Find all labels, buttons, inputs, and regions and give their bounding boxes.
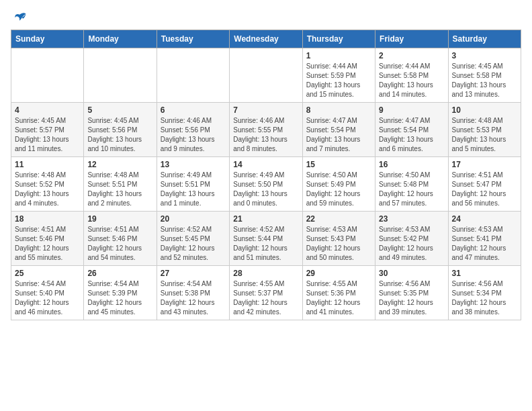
day-info: Sunrise: 4:51 AM Sunset: 5:46 PM Dayligh… xyxy=(87,225,152,263)
day-number: 25 xyxy=(15,269,80,278)
day-number: 15 xyxy=(306,160,371,169)
calendar-week-row: 18Sunrise: 4:51 AM Sunset: 5:46 PM Dayli… xyxy=(11,212,521,266)
calendar-cell: 8Sunrise: 4:47 AM Sunset: 5:54 PM Daylig… xyxy=(302,103,375,157)
day-number: 10 xyxy=(452,105,517,115)
day-info: Sunrise: 4:45 AM Sunset: 5:57 PM Dayligh… xyxy=(15,116,80,154)
calendar-cell: 18Sunrise: 4:51 AM Sunset: 5:46 PM Dayli… xyxy=(11,212,84,266)
day-number: 9 xyxy=(379,105,444,115)
day-number: 17 xyxy=(452,160,517,169)
calendar-cell: 31Sunrise: 4:56 AM Sunset: 5:34 PM Dayli… xyxy=(448,266,521,320)
calendar-cell: 24Sunrise: 4:53 AM Sunset: 5:41 PM Dayli… xyxy=(448,212,521,266)
day-number: 14 xyxy=(233,160,298,169)
calendar-week-row: 25Sunrise: 4:54 AM Sunset: 5:40 PM Dayli… xyxy=(11,266,521,320)
calendar-cell: 7Sunrise: 4:46 AM Sunset: 5:55 PM Daylig… xyxy=(230,103,302,157)
calendar-cell: 6Sunrise: 4:46 AM Sunset: 5:56 PM Daylig… xyxy=(157,103,229,157)
calendar-cell: 3Sunrise: 4:45 AM Sunset: 5:58 PM Daylig… xyxy=(448,48,521,103)
calendar-cell xyxy=(230,48,302,103)
day-info: Sunrise: 4:47 AM Sunset: 5:54 PM Dayligh… xyxy=(306,116,371,154)
day-info: Sunrise: 4:51 AM Sunset: 5:47 PM Dayligh… xyxy=(452,171,517,208)
day-number: 13 xyxy=(161,160,226,169)
day-number: 11 xyxy=(15,160,80,169)
calendar-header-row: SundayMondayTuesdayWednesdayThursdayFrid… xyxy=(11,30,521,48)
calendar-cell: 4Sunrise: 4:45 AM Sunset: 5:57 PM Daylig… xyxy=(11,103,84,157)
calendar-cell: 9Sunrise: 4:47 AM Sunset: 5:54 PM Daylig… xyxy=(375,103,448,157)
calendar-cell: 2Sunrise: 4:44 AM Sunset: 5:58 PM Daylig… xyxy=(375,48,448,103)
page-header xyxy=(11,11,521,23)
day-number: 1 xyxy=(306,51,371,60)
day-info: Sunrise: 4:53 AM Sunset: 5:42 PM Dayligh… xyxy=(379,225,444,263)
calendar-cell: 23Sunrise: 4:53 AM Sunset: 5:42 PM Dayli… xyxy=(375,212,448,266)
day-number: 22 xyxy=(306,214,371,224)
day-number: 7 xyxy=(233,105,298,115)
calendar-week-row: 1Sunrise: 4:44 AM Sunset: 5:59 PM Daylig… xyxy=(11,48,521,103)
day-info: Sunrise: 4:55 AM Sunset: 5:36 PM Dayligh… xyxy=(306,279,371,317)
weekday-header: Monday xyxy=(84,30,157,48)
calendar-cell: 15Sunrise: 4:50 AM Sunset: 5:49 PM Dayli… xyxy=(302,157,375,212)
day-info: Sunrise: 4:56 AM Sunset: 5:34 PM Dayligh… xyxy=(452,279,517,317)
calendar-cell xyxy=(11,48,84,103)
day-number: 2 xyxy=(379,51,444,60)
day-info: Sunrise: 4:45 AM Sunset: 5:56 PM Dayligh… xyxy=(87,116,152,154)
calendar-cell: 30Sunrise: 4:56 AM Sunset: 5:35 PM Dayli… xyxy=(375,266,448,320)
day-info: Sunrise: 4:54 AM Sunset: 5:40 PM Dayligh… xyxy=(15,279,80,317)
day-info: Sunrise: 4:53 AM Sunset: 5:43 PM Dayligh… xyxy=(306,225,371,263)
day-info: Sunrise: 4:46 AM Sunset: 5:56 PM Dayligh… xyxy=(161,116,226,154)
day-info: Sunrise: 4:47 AM Sunset: 5:54 PM Dayligh… xyxy=(379,116,444,154)
calendar-cell: 27Sunrise: 4:54 AM Sunset: 5:38 PM Dayli… xyxy=(157,266,229,320)
day-number: 21 xyxy=(233,214,298,224)
day-number: 19 xyxy=(87,214,152,224)
day-number: 29 xyxy=(306,269,371,278)
day-number: 26 xyxy=(87,269,152,278)
day-number: 28 xyxy=(233,269,298,278)
calendar-cell: 12Sunrise: 4:48 AM Sunset: 5:51 PM Dayli… xyxy=(84,157,157,212)
calendar-cell: 20Sunrise: 4:52 AM Sunset: 5:45 PM Dayli… xyxy=(157,212,229,266)
calendar-cell: 17Sunrise: 4:51 AM Sunset: 5:47 PM Dayli… xyxy=(448,157,521,212)
day-info: Sunrise: 4:51 AM Sunset: 5:46 PM Dayligh… xyxy=(15,225,80,263)
weekday-header: Thursday xyxy=(302,30,375,48)
day-number: 24 xyxy=(452,214,517,224)
calendar-cell: 1Sunrise: 4:44 AM Sunset: 5:59 PM Daylig… xyxy=(302,48,375,103)
day-info: Sunrise: 4:49 AM Sunset: 5:51 PM Dayligh… xyxy=(161,171,226,208)
calendar-cell: 14Sunrise: 4:49 AM Sunset: 5:50 PM Dayli… xyxy=(230,157,302,212)
weekday-header: Tuesday xyxy=(157,30,229,48)
day-number: 4 xyxy=(15,105,80,115)
calendar-cell: 21Sunrise: 4:52 AM Sunset: 5:44 PM Dayli… xyxy=(230,212,302,266)
calendar-cell: 26Sunrise: 4:54 AM Sunset: 5:39 PM Dayli… xyxy=(84,266,157,320)
day-number: 30 xyxy=(379,269,444,278)
day-number: 3 xyxy=(452,51,517,60)
day-info: Sunrise: 4:44 AM Sunset: 5:58 PM Dayligh… xyxy=(379,62,444,99)
day-info: Sunrise: 4:53 AM Sunset: 5:41 PM Dayligh… xyxy=(452,225,517,263)
day-number: 31 xyxy=(452,269,517,278)
day-info: Sunrise: 4:48 AM Sunset: 5:53 PM Dayligh… xyxy=(452,116,517,154)
day-info: Sunrise: 4:48 AM Sunset: 5:51 PM Dayligh… xyxy=(87,171,152,208)
day-info: Sunrise: 4:52 AM Sunset: 5:45 PM Dayligh… xyxy=(161,225,226,263)
calendar-week-row: 11Sunrise: 4:48 AM Sunset: 5:52 PM Dayli… xyxy=(11,157,521,212)
weekday-header: Sunday xyxy=(11,30,84,48)
calendar-cell: 29Sunrise: 4:55 AM Sunset: 5:36 PM Dayli… xyxy=(302,266,375,320)
day-number: 27 xyxy=(161,269,226,278)
day-info: Sunrise: 4:48 AM Sunset: 5:52 PM Dayligh… xyxy=(15,171,80,208)
logo xyxy=(11,11,27,23)
day-info: Sunrise: 4:50 AM Sunset: 5:48 PM Dayligh… xyxy=(379,171,444,208)
day-number: 23 xyxy=(379,214,444,224)
day-info: Sunrise: 4:54 AM Sunset: 5:38 PM Dayligh… xyxy=(161,279,226,317)
calendar-cell: 19Sunrise: 4:51 AM Sunset: 5:46 PM Dayli… xyxy=(84,212,157,266)
day-number: 20 xyxy=(161,214,226,224)
calendar-cell: 25Sunrise: 4:54 AM Sunset: 5:40 PM Dayli… xyxy=(11,266,84,320)
day-number: 5 xyxy=(87,105,152,115)
calendar-cell xyxy=(84,48,157,103)
day-number: 16 xyxy=(379,160,444,169)
weekday-header: Wednesday xyxy=(230,30,302,48)
day-info: Sunrise: 4:46 AM Sunset: 5:55 PM Dayligh… xyxy=(233,116,298,154)
day-info: Sunrise: 4:54 AM Sunset: 5:39 PM Dayligh… xyxy=(87,279,152,317)
calendar-cell: 28Sunrise: 4:55 AM Sunset: 5:37 PM Dayli… xyxy=(230,266,302,320)
weekday-header: Friday xyxy=(375,30,448,48)
logo-bird-icon xyxy=(12,11,27,26)
calendar-cell xyxy=(157,48,229,103)
day-info: Sunrise: 4:56 AM Sunset: 5:35 PM Dayligh… xyxy=(379,279,444,317)
calendar-cell: 16Sunrise: 4:50 AM Sunset: 5:48 PM Dayli… xyxy=(375,157,448,212)
day-info: Sunrise: 4:50 AM Sunset: 5:49 PM Dayligh… xyxy=(306,171,371,208)
day-info: Sunrise: 4:44 AM Sunset: 5:59 PM Dayligh… xyxy=(306,62,371,99)
day-number: 18 xyxy=(15,214,80,224)
day-info: Sunrise: 4:49 AM Sunset: 5:50 PM Dayligh… xyxy=(233,171,298,208)
